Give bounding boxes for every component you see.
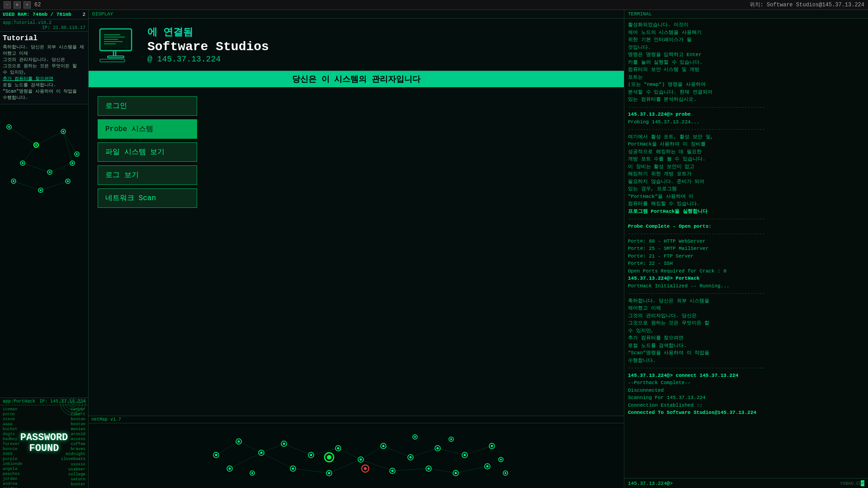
svg-line-65 (456, 466, 487, 473)
svg-point-20 (49, 171, 51, 173)
svg-point-91 (491, 445, 493, 447)
svg-line-58 (230, 453, 261, 469)
menu-area: 로그인 Probe 시스템 파일 시스템 보기 로그 보기 네트워크 Scan (89, 87, 624, 217)
terminal-line: --Porthack Complete-- (628, 379, 864, 387)
terminal-line: PortHack을 사용하여 이 장비를 (628, 141, 864, 148)
logs-button[interactable]: 로그 보기 (98, 165, 197, 185)
svg-point-73 (283, 443, 285, 445)
svg-line-0 (9, 127, 36, 145)
watermark: YXBAO.COM (840, 481, 864, 486)
svg-point-67 (215, 454, 217, 456)
terminal-line: 여기에서 활성 포트, 활성 보안 및, (628, 133, 864, 141)
terminal-line: Scanning For 145.37.13.224 (628, 394, 864, 402)
middle-panel: DISPLAY (89, 10, 624, 488)
connected-label: 에 연결됨 (147, 25, 269, 39)
terminal-line: 것입니다. (628, 44, 864, 52)
terminal-body[interactable]: 활성화되었습니다. 이것이제어 노드의 시스템을 사용해기위한 기본 인터페이스… (624, 19, 868, 478)
svg-point-28 (67, 180, 69, 182)
svg-line-4 (50, 163, 72, 172)
tutorial-text: 축하합니다. 당신은 외부 시스템을 제어했고 이제 그것의 관리자입니다. 당… (3, 44, 85, 101)
computer-info: 에 연결됨 Software Studios @ 145.37.13.224 (147, 25, 269, 64)
terminal-line: ----------------------------------------… (628, 215, 864, 223)
terminal-line: 컴퓨터를 해킹할 수 있습니다. (628, 200, 864, 208)
topbar-icons: ─ ⚙ ✕ (4, 1, 31, 9)
svg-point-85 (410, 456, 412, 459)
terminal-line: 축하합니다. 당신은 외부 시스템을 (628, 297, 864, 305)
svg-point-77 (337, 447, 340, 450)
svg-line-6 (41, 181, 68, 190)
svg-rect-46 (100, 59, 125, 62)
settings-icon[interactable]: ⚙ (14, 1, 21, 9)
svg-line-8 (63, 131, 72, 163)
svg-point-93 (229, 468, 231, 470)
svg-point-12 (35, 144, 37, 146)
terminal-line: 있는 컴퓨터를 분석하십시오. (628, 96, 864, 103)
terminal-line: Connected To Software Studios@145.37.13.… (628, 409, 864, 417)
svg-point-18 (22, 162, 24, 164)
svg-line-51 (311, 448, 338, 455)
terminal-line: Port#: 21 - FTP Server (628, 253, 864, 260)
svg-point-95 (292, 468, 294, 470)
terminal-line: Probing 145.37.13.224... (628, 118, 864, 126)
ram-value: USED RAM: 746mb / 761mb (3, 12, 71, 17)
terminal-line: 개방 포트 수를 볼 수 있습니다. (628, 155, 864, 163)
svg-point-99 (364, 467, 367, 470)
netscan-button[interactable]: 네트워크 Scan (98, 188, 197, 208)
svg-line-57 (465, 446, 492, 455)
terminal-input[interactable] (675, 481, 861, 486)
close-icon[interactable]: ✕ (24, 1, 31, 9)
terminal-line: Port#: 80 - HTTP WebServer (628, 238, 864, 245)
terminal-prompt: 145.37.13.224@> (628, 481, 673, 486)
svg-line-56 (438, 448, 465, 455)
svg-line-1 (36, 131, 63, 145)
tutorial-section: Tutorial 축하합니다. 당신은 외부 시스템을 제어했고 이제 그것의 … (0, 32, 88, 104)
right-panel: TERMINAL 활성화되었습니다. 이것이제어 노드의 시스템을 사용해기위한… (624, 10, 868, 488)
ram-display: USED RAM: 746mb / 761mb 2 (0, 10, 88, 19)
terminal-line: 이 장비는 활성 보안이 없고 (628, 163, 864, 171)
topbar: ─ ⚙ ✕ 62 위치: Software Studios@145.37.13.… (0, 0, 868, 10)
svg-point-97 (328, 472, 330, 474)
terminal-line: 수행합니다. (628, 357, 864, 365)
svg-point-81 (360, 459, 362, 461)
login-button[interactable]: 로그인 (98, 96, 197, 116)
minimize-icon[interactable]: ─ (4, 1, 11, 9)
svg-point-115 (500, 459, 502, 460)
terminal-line: 해킹하기 위한 개방 포트가 (628, 170, 864, 178)
terminal-line: "PortHack"을 사용하여 이 (628, 193, 864, 201)
svg-line-64 (429, 469, 456, 473)
svg-point-107 (486, 465, 489, 468)
filesystem-button[interactable]: 파일 시스템 보기 (98, 142, 197, 162)
svg-line-53 (361, 446, 383, 460)
display-header: DISPLAY (89, 10, 624, 19)
terminal-line: 명령은 명령을 입력하고 Enter (628, 51, 864, 59)
svg-line-61 (329, 460, 361, 473)
terminal-line: ----------------------------------------… (628, 126, 864, 133)
netmap-header: netMap v1.7 (89, 416, 624, 423)
terminal-line: PortHack Initialized -- Running... (628, 282, 864, 290)
ram-num: 2 (82, 12, 85, 17)
terminal-line: 145.37.13.224@> PortHack (628, 275, 864, 282)
probe-button[interactable]: Probe 시스템 (98, 119, 197, 139)
terminal-line: "Scan"명령을 사용하여 이 작업을 (628, 349, 864, 357)
fingerprint-icon (59, 398, 86, 416)
left-panel: USED RAM: 746mb / 761mb 2 app:Tutorial.v… (0, 10, 89, 488)
terminal-line: 위한 기본 인터페이스가 될 (628, 36, 864, 44)
svg-line-2 (63, 131, 77, 154)
svg-point-89 (464, 454, 466, 456)
password-found-text1: PASSWORD (20, 432, 68, 443)
terminal-line: 수 있지만, (628, 327, 864, 335)
terminal-line: 로컬 노드를 검색합니다. (628, 342, 864, 350)
svg-line-59 (261, 453, 293, 469)
display-area: 에 연결됨 Software Studios @ 145.37.13.224 당… (89, 19, 624, 488)
terminal-input-row: 145.37.13.224@> (624, 478, 868, 488)
svg-line-48 (239, 441, 261, 453)
computer-display: 에 연결됨 Software Studios @ 145.37.13.224 (89, 19, 624, 71)
svg-point-10 (8, 126, 10, 128)
computer-icon (98, 27, 138, 63)
ip-display: app:Tutorial.v16.2 IP: 21.80.116.17 (0, 19, 88, 32)
password-found-overlay: PASSWORD FOUND (20, 432, 68, 454)
terminal-line: ----------------------------------------… (628, 290, 864, 297)
svg-line-54 (383, 446, 410, 457)
terminal-line: 제어했고 이제 (628, 305, 864, 312)
terminal-line: Connection Established :: (628, 402, 864, 409)
